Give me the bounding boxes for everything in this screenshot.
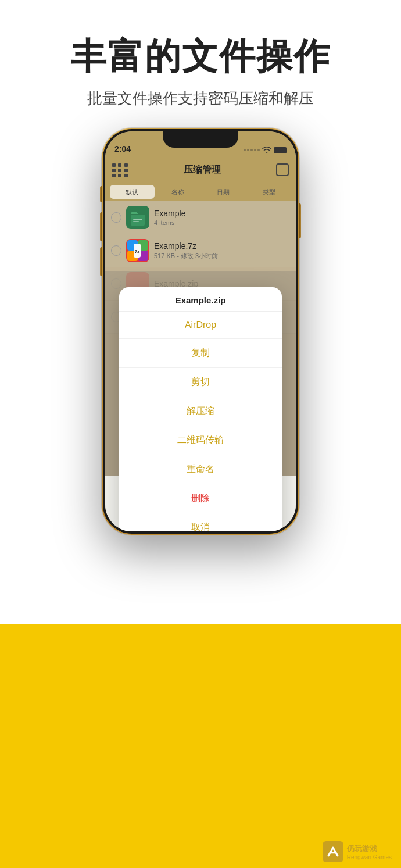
file-radio-2[interactable] (111, 245, 121, 256)
sort-tab-date[interactable]: 日期 (201, 185, 246, 199)
svg-rect-2 (133, 221, 139, 222)
battery-icon (274, 147, 287, 153)
context-menu-cancel[interactable]: 取消 (119, 513, 282, 531)
file-info-1: Example 4 items (154, 209, 290, 226)
context-menu-airdrop[interactable]: AirDrop (119, 312, 282, 339)
wifi-icon (262, 147, 271, 153)
watermark-text: 仍玩游戏 Rengwan Games (347, 844, 392, 860)
sort-tab-type[interactable]: 类型 (247, 185, 292, 199)
file-list: Example 4 items (105, 201, 296, 476)
context-menu-copy[interactable]: 复制 (119, 339, 282, 368)
file-meta-2: 517 KB - 修改 3小时前 (154, 252, 290, 260)
nav-title: 压缩管理 (128, 164, 276, 176)
top-section: 丰富的文件操作 批量文件操作支持密码压缩和解压 (0, 0, 401, 126)
file-name-1: Example (154, 209, 290, 218)
context-menu-qr[interactable]: 二维码传输 (119, 426, 282, 455)
watermark-logo (323, 841, 343, 862)
file-radio-1[interactable] (111, 212, 121, 223)
context-menu-extract[interactable]: 解压缩 (119, 397, 282, 426)
watermark: 仍玩游戏 Rengwan Games (323, 841, 392, 862)
file-info-2: Example.7z 517 KB - 修改 3小时前 (154, 241, 290, 260)
svg-text:7z: 7z (135, 249, 139, 254)
sub-title: 批量文件操作支持密码压缩和解压 (23, 88, 378, 109)
phone-screen: 2:04 (105, 131, 296, 531)
context-menu-rename[interactable]: 重命名 (119, 455, 282, 484)
check-button[interactable] (276, 163, 289, 176)
svg-rect-1 (133, 219, 142, 220)
sort-tab-name[interactable]: 名称 (156, 185, 201, 199)
file-name-2: Example.7z (154, 241, 290, 251)
signal-icon (244, 149, 260, 151)
file-item-example-7z[interactable]: 7z Example.7z 517 KB - 修改 3小时前 (105, 234, 296, 267)
context-menu-delete[interactable]: 删除 (119, 484, 282, 513)
main-title: 丰富的文件操作 (23, 35, 378, 78)
iphone-inner: 2:04 (103, 129, 298, 534)
file-item-example-folder[interactable]: Example 4 items (105, 201, 296, 234)
notch (163, 131, 238, 148)
status-icons (244, 147, 287, 153)
phone-device: 2:04 (102, 128, 299, 535)
7z-icon: 7z (126, 239, 149, 262)
file-meta-1: 4 items (154, 219, 290, 226)
sort-tabs: 默认 名称 日期 类型 (105, 183, 296, 201)
sort-tab-default[interactable]: 默认 (110, 185, 155, 199)
grid-menu-icon[interactable] (112, 163, 128, 176)
context-menu-cut[interactable]: 剪切 (119, 368, 282, 397)
yellow-background (0, 624, 401, 868)
status-time: 2:04 (114, 144, 131, 153)
context-menu: Example.zip AirDrop 复制 剪切 解压缩 二维码传输 重命名 … (119, 287, 282, 531)
nav-bar: 压缩管理 (105, 157, 296, 183)
iphone-frame: 2:04 (102, 128, 299, 535)
context-menu-title: Example.zip (119, 287, 282, 312)
folder-icon (126, 206, 149, 229)
